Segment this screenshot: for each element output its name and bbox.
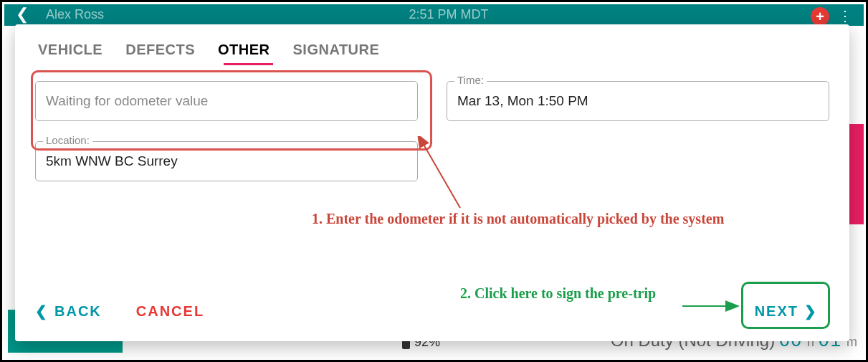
inspection-modal: VEHICLE DEFECTS OTHER SIGNATURE Waiting … [15,24,849,341]
tab-signature[interactable]: SIGNATURE [293,42,380,58]
tab-vehicle[interactable]: VEHICLE [38,42,102,58]
time-label: Time: [454,74,487,86]
cancel-button[interactable]: CANCEL [136,303,204,320]
cancel-label: CANCEL [136,303,204,320]
app-header: ❮ Alex Ross 2:51 PM MDT + ⋮ [4,4,864,26]
add-button[interactable]: + [811,7,829,26]
tab-defects[interactable]: DEFECTS [125,42,195,58]
odometer-field[interactable]: Waiting for odometer value [35,81,418,121]
overflow-menu-icon[interactable]: ⋮ [838,7,852,24]
location-label: Location: [43,134,92,146]
time-field[interactable]: Time: Mar 13, Mon 1:50 PM [447,81,829,121]
tab-other[interactable]: OTHER [218,42,270,58]
location-field[interactable]: Location: 5km WNW BC Surrey [35,141,418,181]
user-name: Alex Ross [46,7,104,22]
back-button[interactable]: ❮ BACK [35,303,102,320]
header-clock: 2:51 PM MDT [409,7,489,22]
odometer-placeholder: Waiting for odometer value [46,93,407,109]
side-chat-badge [848,124,864,224]
location-value: 5km WNW BC Surrey [46,153,407,169]
back-label: BACK [54,303,102,320]
chevron-right-icon: ❯ [804,303,818,320]
time-value: Mar 13, Mon 1:50 PM [457,93,819,109]
modal-footer: ❮ BACK CANCEL NEXT ❯ [35,295,829,327]
next-label: NEXT [755,303,798,320]
next-button[interactable]: NEXT ❯ [743,295,829,327]
chevron-left-icon: ❮ [35,303,49,320]
tab-bar: VEHICLE DEFECTS OTHER SIGNATURE [35,37,829,65]
back-icon[interactable]: ❮ [16,7,29,22]
